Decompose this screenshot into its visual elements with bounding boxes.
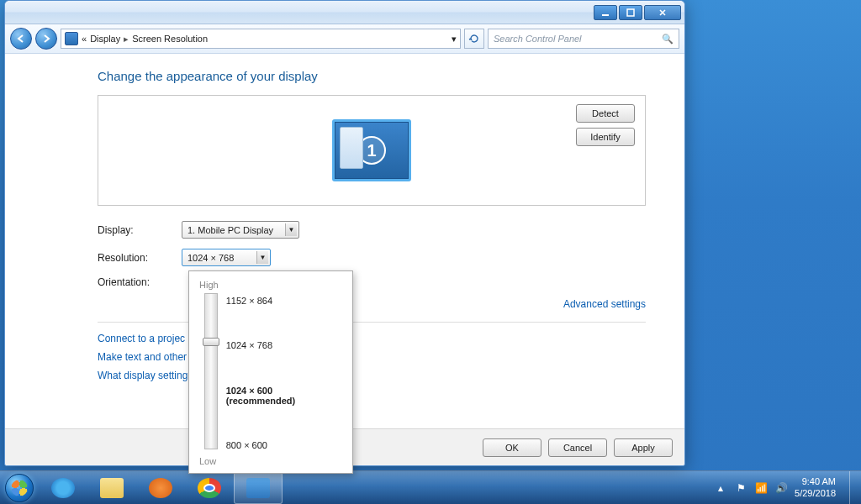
system-tray: ▴ ⚑ 📶 🔊 9:40 AM 5/29/2018	[714, 471, 861, 504]
cancel-button[interactable]: Cancel	[548, 438, 607, 457]
search-input[interactable]: Search Control Panel 🔍	[488, 29, 679, 49]
address-bar[interactable]: « Display ▸ Screen Resolution ▾	[61, 29, 461, 49]
taskbar-item-wmp[interactable]	[136, 472, 185, 504]
slider-high-label: High	[199, 280, 342, 290]
clock-date: 5/29/2018	[795, 488, 836, 500]
display-select[interactable]: 1. Mobile PC Display ▼	[182, 221, 299, 239]
flag-icon[interactable]: ⚑	[734, 481, 747, 495]
chevron-down-icon: ▼	[256, 251, 268, 264]
taskbar-item-ie[interactable]	[39, 472, 87, 504]
detect-button[interactable]: Detect	[576, 104, 635, 123]
monitor-thumbnail-icon	[340, 127, 363, 169]
windows-orb-icon	[5, 474, 34, 502]
display-label: Display:	[98, 224, 182, 236]
media-player-icon	[149, 478, 172, 498]
divider	[98, 322, 646, 323]
folder-icon	[100, 478, 124, 498]
slider-tick[interactable]: 800 × 600	[226, 440, 342, 450]
svg-rect-0	[602, 14, 609, 16]
search-placeholder: Search Control Panel	[494, 34, 582, 44]
back-button[interactable]	[10, 28, 32, 50]
resolution-slider-track[interactable]	[204, 293, 218, 449]
resolution-select[interactable]: 1024 × 768 ▼	[182, 249, 271, 266]
resolution-label: Resolution:	[98, 252, 182, 264]
taskbar-item-explorer[interactable]	[87, 472, 136, 504]
control-panel-icon	[246, 478, 270, 498]
chevron-down-icon: ▼	[285, 223, 297, 236]
breadcrumb-part[interactable]: Screen Resolution	[132, 34, 208, 44]
taskbar-clock[interactable]: 9:40 AM 5/29/2018	[795, 476, 839, 500]
chevron-down-icon[interactable]: ▾	[452, 34, 457, 45]
navbar: « Display ▸ Screen Resolution ▾ Search C…	[5, 24, 684, 54]
clock-time: 9:40 AM	[795, 476, 836, 488]
taskbar-item-control-panel[interactable]	[234, 472, 283, 504]
orientation-label: Orientation:	[98, 276, 182, 288]
show-desktop-button[interactable]	[849, 471, 858, 505]
slider-low-label: Low	[199, 456, 342, 466]
display-icon	[65, 32, 78, 45]
network-icon[interactable]: 📶	[754, 481, 768, 495]
slider-tick[interactable]: 1152 × 864	[226, 296, 342, 306]
text-size-link[interactable]: Make text and other	[98, 351, 187, 363]
tray-chevron-icon[interactable]: ▴	[714, 481, 727, 495]
svg-rect-1	[627, 9, 634, 16]
start-button[interactable]	[0, 471, 39, 505]
resolution-select-value: 1024 × 768	[188, 253, 234, 263]
what-settings-link[interactable]: What display setting	[98, 370, 188, 381]
connect-projector-link[interactable]: Connect to a projec	[98, 333, 185, 344]
slider-tick-recommended[interactable]: 861 × 504 (recommended)	[226, 386, 342, 406]
volume-icon[interactable]: 🔊	[774, 481, 788, 495]
breadcrumb-prefix: «	[82, 34, 87, 44]
resolution-slider-popup: High 1152 × 864 1024 × 768 861 × 504 (r…	[188, 270, 353, 474]
display-select-value: 1. Mobile PC Display	[188, 225, 273, 235]
taskbar-item-chrome[interactable]	[185, 472, 234, 504]
control-panel-window: « Display ▸ Screen Resolution ▾ Search C…	[4, 0, 685, 466]
maximize-button[interactable]	[619, 5, 642, 20]
titlebar	[5, 1, 684, 24]
close-button[interactable]	[644, 5, 681, 20]
chrome-icon	[198, 478, 221, 498]
forward-button[interactable]	[35, 28, 57, 50]
resolution-slider-thumb[interactable]	[203, 338, 219, 346]
apply-button[interactable]: Apply	[614, 438, 673, 457]
refresh-button[interactable]	[464, 29, 484, 49]
search-icon: 🔍	[662, 34, 673, 45]
content-area: Change the appearance of your display 1 …	[5, 54, 684, 428]
page-title: Change the appearance of your display	[98, 69, 646, 83]
breadcrumb-part[interactable]: Display	[90, 34, 120, 44]
ok-button[interactable]: OK	[483, 438, 541, 457]
minimize-button[interactable]	[594, 5, 617, 20]
breadcrumb-separator-icon: ▸	[124, 34, 129, 45]
advanced-settings-link[interactable]: Advanced settings	[563, 298, 646, 310]
slider-tick[interactable]: 1024 × 768	[226, 340, 342, 350]
ie-icon	[51, 478, 75, 498]
monitor-preview[interactable]: 1	[332, 119, 411, 181]
monitor-preview-box: 1 Detect Identify	[98, 95, 646, 206]
taskbar: ▴ ⚑ 📶 🔊 9:40 AM 5/29/2018	[0, 470, 861, 504]
identify-button[interactable]: Identify	[576, 128, 635, 146]
